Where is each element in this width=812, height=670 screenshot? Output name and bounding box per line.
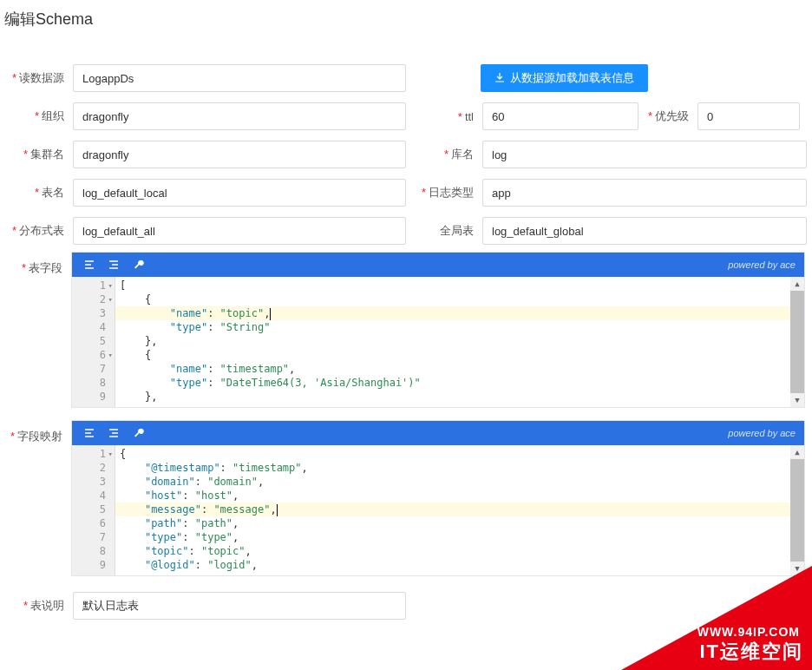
code-line[interactable]: "name": "timestamp", [120,362,786,376]
fold-arrow-icon[interactable]: ▾ [108,348,113,362]
code-line[interactable]: "type": "type", [120,530,786,544]
scroll-up-icon[interactable]: ▲ [790,277,804,291]
fold-arrow-icon[interactable]: ▾ [108,292,113,306]
line-number: 2 [72,461,106,475]
fields-editor[interactable]: powered by ace 1▾2▾3456▾789 [ { "name": … [71,252,805,408]
input-global-table[interactable] [482,217,807,245]
line-number: 4 [72,489,106,502]
scrollbar[interactable]: ▲ ▼ [790,445,804,575]
input-priority[interactable] [697,102,800,130]
code-line[interactable]: { [120,348,786,362]
label-priority: *优先级 [638,108,697,124]
wrench-icon[interactable] [129,256,147,273]
line-number: 4 [72,320,106,334]
line-number: 3 [72,306,106,320]
line-number: 6▾ [72,348,106,362]
input-ttl[interactable] [482,102,638,130]
code-line[interactable]: "message": "message", [120,502,786,516]
code-line[interactable]: "@timestamp": "timestamp", [120,461,786,475]
line-number: 8 [72,376,106,390]
line-number: 1▾ [72,279,106,292]
download-icon [494,73,505,83]
input-dist-table[interactable] [73,217,406,245]
code-line[interactable]: "domain": "domain", [120,475,786,489]
indent-right-icon[interactable] [105,256,122,273]
label-org: *组织 [2,108,73,124]
code-line[interactable]: "name": "topic", [120,306,786,320]
label-global-table: 全局表 [406,223,482,239]
line-number: 7 [72,362,106,376]
fold-arrow-icon[interactable]: ▾ [108,279,113,292]
code-line[interactable]: "host": "host", [120,489,786,502]
input-table[interactable] [73,179,406,207]
line-number: 5 [72,334,106,348]
powered-by-label: powered by ace [728,428,796,438]
label-mapping: *字段映射 [0,424,71,444]
scrollbar[interactable]: ▲ ▼ [790,277,804,407]
indent-right-icon[interactable] [105,424,122,442]
line-number: 7 [72,530,106,544]
fold-arrow-icon[interactable]: ▾ [108,447,113,461]
label-ttl: *ttl [406,110,482,123]
label-datasource: *读数据源 [2,70,73,86]
code-line[interactable]: "type": "DateTime64(3, 'Asia/Shanghai')" [120,376,786,390]
indent-left-icon[interactable] [81,256,98,273]
label-fields: *表字段 [0,255,71,276]
powered-by-label: powered by ace [728,259,796,270]
input-logtype[interactable] [482,179,807,207]
label-cluster: *集群名 [2,147,73,162]
code-line[interactable]: "topic": "topic", [120,544,786,558]
code-line[interactable]: [ [120,279,786,292]
line-number: 9 [72,390,106,404]
scroll-up-icon[interactable]: ▲ [790,445,804,459]
line-number: 3 [72,475,106,489]
code-line[interactable]: }, [120,390,786,404]
label-description: *表说明 [2,598,73,614]
label-table: *表名 [2,185,73,200]
line-number: 2▾ [72,292,106,306]
line-number: 1▾ [72,447,106,461]
input-cluster[interactable] [73,141,406,168]
line-number: 6 [72,516,106,530]
input-description[interactable] [73,592,406,620]
code-line[interactable]: }, [120,334,786,348]
wrench-icon[interactable] [129,424,147,442]
code-line[interactable]: "path": "path", [120,516,786,530]
input-dbname[interactable] [482,141,807,168]
code-line[interactable]: "type": "String" [120,320,786,334]
code-line[interactable]: { [120,447,786,461]
line-number: 9 [72,558,106,572]
indent-left-icon[interactable] [81,424,98,442]
label-dbname: *库名 [406,147,482,162]
input-datasource[interactable] [73,64,406,92]
mapping-editor[interactable]: powered by ace 1▾23456789 { "@timestamp"… [71,420,805,576]
scroll-down-icon[interactable]: ▼ [790,393,804,407]
line-number: 8 [72,544,106,558]
label-dist-table: *分布式表 [2,223,73,239]
line-number: 5 [72,502,106,516]
code-line[interactable]: { [120,292,786,306]
input-org[interactable] [73,102,406,130]
badge-url: WWW.94IP.COM [697,625,800,630]
load-table-button[interactable]: 从数据源加载加载表信息 [481,64,648,92]
label-logtype: *日志类型 [406,185,482,200]
page-title: 编辑Schema [0,0,812,38]
editor-toolbar: powered by ace [72,421,804,445]
editor-toolbar: powered by ace [72,253,804,277]
